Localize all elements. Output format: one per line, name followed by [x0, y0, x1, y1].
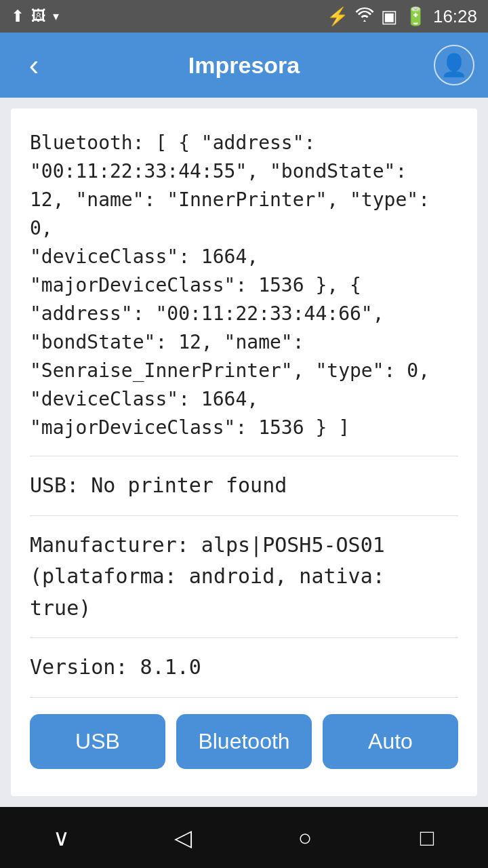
action-buttons-row: USB Bluetooth Auto: [30, 698, 458, 769]
usb-info: USB: No printer found: [30, 470, 458, 502]
auto-button[interactable]: Auto: [323, 714, 458, 769]
nav-recents[interactable]: □: [400, 825, 454, 851]
avatar-button[interactable]: 👤: [434, 45, 474, 85]
battery-icon: 🔋: [405, 6, 426, 27]
bluetooth-status-icon: ⚡: [327, 6, 348, 27]
signal-icon: ▣: [381, 6, 398, 27]
status-bar: ⬆ 🖼 ▾ ⚡ ▣ 🔋 16:28: [0, 0, 488, 33]
back-button[interactable]: ‹: [14, 48, 54, 82]
back-arrow-icon: ‹: [29, 48, 39, 81]
manufacturer-section: Manufacturer: alps|POSH5-OS01 (plataform…: [30, 516, 458, 639]
version-section: Version: 8.1.0: [30, 638, 458, 698]
main-content-card: Bluetooth: [ { "address": "00:11:22:33:4…: [11, 108, 477, 796]
dropdown-icon: ▾: [53, 9, 59, 24]
status-bar-left: ⬆ 🖼 ▾: [11, 7, 59, 26]
nav-back[interactable]: ◁: [156, 824, 210, 851]
back-nav-icon: ◁: [174, 825, 192, 850]
usb-button[interactable]: USB: [30, 714, 165, 769]
app-bar: ‹ Impresora 👤: [0, 33, 488, 98]
status-bar-right: ⚡ ▣ 🔋 16:28: [327, 6, 477, 27]
upload-icon: ⬆: [11, 7, 24, 26]
bluetooth-info: Bluetooth: [ { "address": "00:11:22:33:4…: [30, 129, 458, 442]
manufacturer-info: Manufacturer: alps|POSH5-OS01 (plataform…: [30, 530, 458, 625]
usb-section: USB: No printer found: [30, 456, 458, 516]
status-time: 16:28: [433, 6, 477, 27]
nav-chevron-down[interactable]: ∨: [34, 824, 88, 851]
bluetooth-section: Bluetooth: [ { "address": "00:11:22:33:4…: [30, 129, 458, 456]
app-bar-title: Impresora: [54, 52, 434, 79]
version-info: Version: 8.1.0: [30, 652, 458, 684]
wifi-icon: [355, 6, 374, 27]
recents-square-icon: □: [420, 825, 434, 850]
bluetooth-button[interactable]: Bluetooth: [176, 714, 312, 769]
home-circle-icon: ○: [298, 825, 312, 850]
bottom-nav: ∨ ◁ ○ □: [0, 807, 488, 868]
person-icon: 👤: [441, 52, 468, 78]
chevron-down-icon: ∨: [53, 825, 70, 850]
image-icon: 🖼: [31, 7, 46, 25]
nav-home[interactable]: ○: [278, 825, 332, 851]
